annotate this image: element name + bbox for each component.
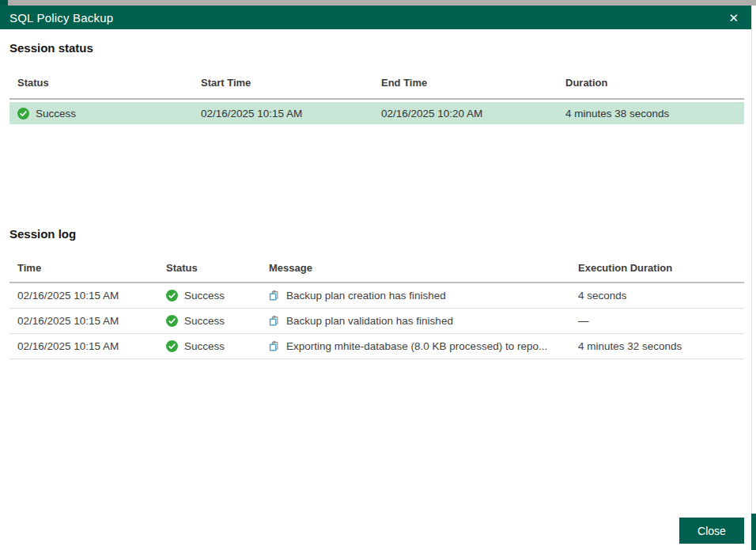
column-header-execution-duration: Execution Duration xyxy=(578,262,744,274)
log-message-text: Exporting mhite-database (8.0 KB process… xyxy=(286,340,558,352)
status-cell: Success xyxy=(17,108,201,119)
dialog-body: Session status Status Start Time End Tim… xyxy=(0,29,751,550)
end-time-cell: 02/16/2025 10:20 AM xyxy=(381,108,565,119)
column-header-message: Message xyxy=(269,262,578,274)
log-status-text: Success xyxy=(184,315,225,327)
success-check-icon xyxy=(166,290,178,302)
log-execution-duration-cell: 4 minutes 32 seconds xyxy=(578,340,744,352)
log-status-cell: Success xyxy=(166,315,269,327)
close-icon[interactable]: ✕ xyxy=(727,10,740,25)
log-message-text: Backup plan creation has finished xyxy=(286,290,457,302)
session-status-heading: Session status xyxy=(9,29,744,55)
session-log-table-header: Time Status Message Execution Duration xyxy=(9,262,744,283)
background-window-top-edge xyxy=(0,0,756,6)
column-header-status: Status xyxy=(17,77,201,89)
session-log-heading: Session log xyxy=(9,124,744,241)
session-status-row[interactable]: Success 02/16/2025 10:15 AM 02/16/2025 1… xyxy=(9,102,744,124)
dialog-header: SQL Policy Backup ✕ xyxy=(0,6,751,29)
log-status-cell: Success xyxy=(166,290,269,302)
copy-message-icon[interactable] xyxy=(269,290,280,302)
start-time-cell: 02/16/2025 10:15 AM xyxy=(201,108,381,119)
sql-policy-backup-dialog: SQL Policy Backup ✕ Session status Statu… xyxy=(0,6,751,550)
success-check-icon xyxy=(166,315,178,327)
copy-message-icon[interactable] xyxy=(269,315,280,327)
duration-cell: 4 minutes 38 seconds xyxy=(565,108,744,119)
column-header-log-status: Status xyxy=(166,262,269,274)
dialog-title: SQL Policy Backup xyxy=(9,11,113,25)
log-message-cell: Backup plan validation has finished xyxy=(269,315,578,327)
success-check-icon xyxy=(17,108,29,119)
status-text: Success xyxy=(36,108,76,119)
log-status-text: Success xyxy=(184,290,225,302)
log-time-cell: 02/16/2025 10:15 AM xyxy=(17,315,166,327)
log-status-cell: Success xyxy=(166,340,269,352)
close-button[interactable]: Close xyxy=(679,518,744,544)
column-header-time: Time xyxy=(17,262,166,274)
log-execution-duration-cell: 4 seconds xyxy=(578,290,744,302)
success-check-icon xyxy=(166,340,178,352)
log-status-text: Success xyxy=(184,340,225,352)
session-log-row[interactable]: 02/16/2025 10:15 AM Success Exporting mh… xyxy=(9,334,744,359)
column-header-end-time: End Time xyxy=(381,77,565,89)
session-log-row[interactable]: 02/16/2025 10:15 AM Success Backup plan … xyxy=(9,309,744,334)
session-log-row[interactable]: 02/16/2025 10:15 AM Success Backup plan … xyxy=(9,283,744,309)
session-status-table-header: Status Start Time End Time Duration xyxy=(9,77,744,100)
column-header-duration: Duration xyxy=(565,77,744,89)
copy-message-icon[interactable] xyxy=(269,340,280,352)
background-teal-block xyxy=(751,514,756,550)
log-message-text: Backup plan validation has finished xyxy=(286,315,464,327)
log-time-cell: 02/16/2025 10:15 AM xyxy=(17,340,166,352)
log-execution-duration-cell: — xyxy=(578,315,744,327)
background-window-right-edge xyxy=(751,6,756,550)
log-message-cell: Backup plan creation has finished xyxy=(269,290,578,302)
column-header-start-time: Start Time xyxy=(201,77,381,89)
log-time-cell: 02/16/2025 10:15 AM xyxy=(17,290,166,302)
background-window-corner xyxy=(0,0,8,6)
log-message-cell: Exporting mhite-database (8.0 KB process… xyxy=(269,340,578,352)
